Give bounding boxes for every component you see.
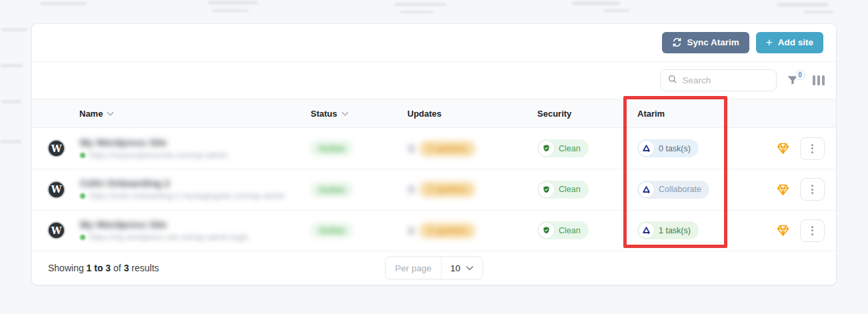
column-header-name[interactable]: Name	[32, 108, 311, 119]
column-header-updates: Updates	[407, 109, 537, 119]
table-header: Name Status Updates Security Atarim	[32, 99, 836, 128]
atarim-logo-icon	[639, 223, 654, 238]
sync-icon	[672, 37, 682, 47]
sort-chevron-icon	[341, 109, 349, 119]
status-badge-blurred: Active	[311, 223, 353, 238]
updates-icon-blurred	[407, 144, 415, 153]
sites-panel: Sync Atarim + Add site 0	[31, 23, 837, 285]
atarim-task-badge[interactable]: 1 task(s)	[637, 221, 699, 239]
column-header-security: Security	[537, 109, 637, 119]
row-menu-button[interactable]	[800, 178, 825, 201]
status-badge-blurred: Active	[311, 182, 353, 197]
updates-icon-blurred	[407, 226, 415, 235]
chevron-down-icon	[465, 263, 473, 273]
premium-diamond-icon[interactable]	[776, 223, 790, 237]
site-name-blurred[interactable]: Colin Onboarding 2	[80, 178, 285, 189]
atarim-logo-icon	[639, 141, 654, 156]
sort-chevron-icon	[107, 109, 114, 119]
updates-badge-blurred: 2 updates	[419, 181, 475, 197]
security-clean-badge: Clean	[537, 221, 589, 239]
wordpress-icon: W	[47, 181, 65, 199]
search-icon	[667, 74, 677, 87]
updates-badge-blurred: 2 updates	[419, 141, 475, 157]
results-summary: Showing 1 to 3 of 3 results	[48, 263, 159, 273]
updates-badge-blurred: 2 updates	[419, 223, 475, 239]
add-site-button[interactable]: + Add site	[756, 32, 823, 53]
per-page-label: Per page	[386, 257, 442, 279]
per-page-select[interactable]: 10	[441, 257, 482, 279]
row-menu-button[interactable]	[800, 219, 825, 242]
site-url-blurred: https://my-wordpress-site.net/wp-admin-l…	[89, 233, 249, 242]
site-url-blurred: https://colin-onboarding-2.mystagingsite…	[89, 191, 285, 201]
search-box	[660, 69, 777, 91]
shield-check-icon	[539, 141, 554, 156]
filter-bar: 0	[32, 62, 836, 99]
column-header-atarim: Atarim	[637, 109, 761, 119]
site-url-blurred: https://mywordpresssite.com/wp-admin	[89, 151, 227, 160]
premium-diamond-icon[interactable]	[776, 183, 790, 197]
add-site-label: Add site	[778, 37, 813, 47]
per-page-control: Per page 10	[385, 257, 483, 280]
filter-count-badge: 0	[795, 70, 805, 80]
columns-toggle-icon[interactable]	[813, 75, 825, 85]
search-input[interactable]	[683, 75, 769, 85]
premium-diamond-icon[interactable]	[776, 141, 790, 155]
sync-atarim-button[interactable]: Sync Atarim	[662, 32, 749, 53]
sync-atarim-label: Sync Atarim	[687, 37, 739, 47]
table-footer: Showing 1 to 3 of 3 results Per page 10	[32, 251, 836, 285]
table-row: W Colin Onboarding 2 https://colin-onboa…	[32, 169, 836, 211]
online-status-dot	[80, 193, 85, 199]
shield-check-icon	[539, 223, 554, 238]
atarim-logo-icon	[639, 182, 654, 197]
site-name-blurred[interactable]: My Wordpress Site	[80, 219, 249, 230]
plus-icon: +	[766, 37, 773, 48]
security-clean-badge: Clean	[537, 139, 589, 157]
toolbar: Sync Atarim + Add site	[32, 24, 836, 62]
filter-button[interactable]: 0	[786, 72, 803, 89]
online-status-dot	[80, 235, 85, 240]
shield-check-icon	[539, 182, 554, 197]
atarim-task-badge[interactable]: Collaborate	[637, 181, 709, 199]
row-menu-button[interactable]	[800, 137, 825, 160]
wordpress-icon: W	[47, 221, 65, 239]
atarim-task-badge[interactable]: 0 task(s)	[637, 139, 699, 157]
table-row: W My Wordpress Site https://mywordpresss…	[32, 128, 836, 169]
security-clean-badge: Clean	[537, 181, 589, 199]
status-badge-blurred: Active	[311, 141, 353, 156]
table-row: W My Wordpress Site https://my-wordpress…	[32, 211, 836, 252]
online-status-dot	[80, 153, 85, 158]
wordpress-icon: W	[47, 139, 65, 157]
column-header-status[interactable]: Status	[311, 108, 407, 119]
site-name-blurred[interactable]: My Wordpress Site	[80, 137, 227, 148]
updates-icon-blurred	[407, 185, 415, 194]
